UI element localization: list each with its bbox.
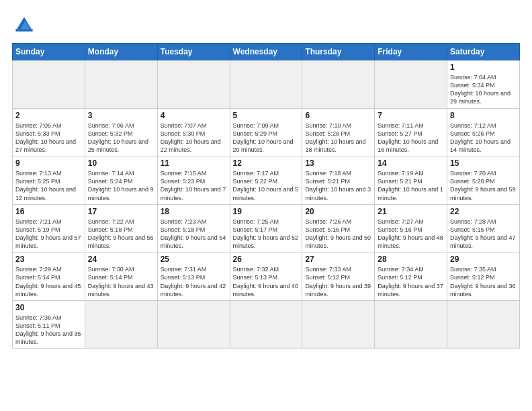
day-number: 26 <box>233 255 300 264</box>
calendar-cell: 10Sunrise: 7:14 AM Sunset: 5:24 PM Dayli… <box>85 156 157 205</box>
col-header-wednesday: Wednesday <box>230 44 302 60</box>
calendar-cell <box>85 300 157 349</box>
day-number: 17 <box>88 207 154 216</box>
logo <box>12 12 39 36</box>
calendar-cell: 3Sunrise: 7:06 AM Sunset: 5:32 PM Daylig… <box>85 108 157 156</box>
day-info: Sunrise: 7:26 AM Sunset: 5:16 PM Dayligh… <box>305 218 371 250</box>
calendar-cell: 25Sunrise: 7:31 AM Sunset: 5:13 PM Dayli… <box>157 253 230 301</box>
calendar-cell: 19Sunrise: 7:25 AM Sunset: 5:17 PM Dayli… <box>230 204 302 253</box>
calendar-cell: 13Sunrise: 7:18 AM Sunset: 5:21 PM Dayli… <box>302 156 375 205</box>
day-info: Sunrise: 7:27 AM Sunset: 5:16 PM Dayligh… <box>378 218 444 250</box>
calendar-cell <box>85 60 157 109</box>
page: SundayMondayTuesdayWednesdayThursdayFrid… <box>0 0 532 411</box>
calendar-week-5: 30Sunrise: 7:36 AM Sunset: 5:11 PM Dayli… <box>13 300 520 349</box>
col-header-tuesday: Tuesday <box>157 44 230 60</box>
day-number: 14 <box>378 158 444 168</box>
day-number: 18 <box>161 207 227 216</box>
calendar-cell: 5Sunrise: 7:09 AM Sunset: 5:29 PM Daylig… <box>230 108 302 156</box>
day-number: 11 <box>161 158 227 168</box>
col-header-monday: Monday <box>85 44 157 60</box>
calendar-cell: 29Sunrise: 7:35 AM Sunset: 5:12 PM Dayli… <box>447 253 520 301</box>
calendar-cell: 1Sunrise: 7:04 AM Sunset: 5:34 PM Daylig… <box>447 60 520 109</box>
calendar-table: SundayMondayTuesdayWednesdayThursdayFrid… <box>12 43 520 349</box>
day-number: 9 <box>15 158 82 168</box>
calendar-cell <box>230 300 302 349</box>
day-number: 13 <box>305 158 371 168</box>
day-number: 23 <box>15 255 82 264</box>
calendar-cell <box>230 60 302 109</box>
day-number: 2 <box>15 111 82 120</box>
calendar-cell: 4Sunrise: 7:07 AM Sunset: 5:30 PM Daylig… <box>157 108 230 156</box>
calendar-cell: 6Sunrise: 7:10 AM Sunset: 5:28 PM Daylig… <box>302 108 375 156</box>
day-info: Sunrise: 7:32 AM Sunset: 5:13 PM Dayligh… <box>233 265 300 298</box>
calendar-cell: 27Sunrise: 7:33 AM Sunset: 5:12 PM Dayli… <box>302 253 375 301</box>
day-info: Sunrise: 7:06 AM Sunset: 5:32 PM Dayligh… <box>88 122 154 154</box>
calendar-week-4: 23Sunrise: 7:29 AM Sunset: 5:14 PM Dayli… <box>13 253 520 301</box>
day-number: 3 <box>88 111 154 120</box>
day-number: 29 <box>450 255 517 264</box>
calendar-header-row: SundayMondayTuesdayWednesdayThursdayFrid… <box>13 44 520 60</box>
calendar-cell: 20Sunrise: 7:26 AM Sunset: 5:16 PM Dayli… <box>302 204 375 253</box>
col-header-sunday: Sunday <box>13 44 85 60</box>
day-number: 15 <box>450 158 517 168</box>
calendar-cell: 30Sunrise: 7:36 AM Sunset: 5:11 PM Dayli… <box>13 300 85 349</box>
day-number: 24 <box>88 255 154 264</box>
calendar-cell: 17Sunrise: 7:22 AM Sunset: 5:18 PM Dayli… <box>85 204 157 253</box>
calendar-cell: 14Sunrise: 7:19 AM Sunset: 5:21 PM Dayli… <box>375 156 447 205</box>
col-header-saturday: Saturday <box>447 44 520 60</box>
day-number: 21 <box>378 207 444 216</box>
calendar-cell: 12Sunrise: 7:17 AM Sunset: 5:22 PM Dayli… <box>230 156 302 205</box>
col-header-thursday: Thursday <box>302 44 375 60</box>
day-number: 10 <box>88 158 154 168</box>
day-info: Sunrise: 7:33 AM Sunset: 5:12 PM Dayligh… <box>305 265 371 298</box>
calendar-cell <box>375 60 447 109</box>
day-info: Sunrise: 7:25 AM Sunset: 5:17 PM Dayligh… <box>233 218 300 250</box>
day-info: Sunrise: 7:11 AM Sunset: 5:27 PM Dayligh… <box>378 122 444 154</box>
day-number: 20 <box>305 207 371 216</box>
day-number: 8 <box>450 111 517 120</box>
day-info: Sunrise: 7:09 AM Sunset: 5:29 PM Dayligh… <box>233 122 300 154</box>
day-number: 4 <box>161 111 227 120</box>
calendar-cell: 15Sunrise: 7:20 AM Sunset: 5:20 PM Dayli… <box>447 156 520 205</box>
svg-rect-2 <box>15 29 32 32</box>
calendar-cell <box>157 300 230 349</box>
calendar-cell: 11Sunrise: 7:15 AM Sunset: 5:23 PM Dayli… <box>157 156 230 205</box>
calendar-cell: 26Sunrise: 7:32 AM Sunset: 5:13 PM Dayli… <box>230 253 302 301</box>
day-info: Sunrise: 7:28 AM Sunset: 5:15 PM Dayligh… <box>450 218 517 250</box>
day-number: 6 <box>305 111 371 120</box>
day-info: Sunrise: 7:18 AM Sunset: 5:21 PM Dayligh… <box>305 169 371 202</box>
day-info: Sunrise: 7:35 AM Sunset: 5:12 PM Dayligh… <box>450 265 517 298</box>
day-number: 12 <box>233 158 300 168</box>
day-number: 28 <box>378 255 444 264</box>
day-info: Sunrise: 7:05 AM Sunset: 5:33 PM Dayligh… <box>15 122 82 154</box>
day-info: Sunrise: 7:15 AM Sunset: 5:23 PM Dayligh… <box>161 169 227 202</box>
day-info: Sunrise: 7:04 AM Sunset: 5:34 PM Dayligh… <box>450 73 517 106</box>
calendar-cell: 18Sunrise: 7:23 AM Sunset: 5:18 PM Dayli… <box>157 204 230 253</box>
calendar-cell: 28Sunrise: 7:34 AM Sunset: 5:12 PM Dayli… <box>375 253 447 301</box>
day-info: Sunrise: 7:10 AM Sunset: 5:28 PM Dayligh… <box>305 122 371 154</box>
day-info: Sunrise: 7:07 AM Sunset: 5:30 PM Dayligh… <box>161 122 227 154</box>
day-info: Sunrise: 7:31 AM Sunset: 5:13 PM Dayligh… <box>161 265 227 298</box>
calendar-cell: 21Sunrise: 7:27 AM Sunset: 5:16 PM Dayli… <box>375 204 447 253</box>
day-info: Sunrise: 7:29 AM Sunset: 5:14 PM Dayligh… <box>15 265 82 298</box>
calendar-cell <box>157 60 230 109</box>
day-info: Sunrise: 7:14 AM Sunset: 5:24 PM Dayligh… <box>88 169 154 202</box>
day-number: 25 <box>161 255 227 264</box>
calendar-cell: 7Sunrise: 7:11 AM Sunset: 5:27 PM Daylig… <box>375 108 447 156</box>
day-info: Sunrise: 7:36 AM Sunset: 5:11 PM Dayligh… <box>15 314 82 347</box>
day-number: 7 <box>378 111 444 120</box>
day-number: 5 <box>233 111 300 120</box>
header <box>12 12 520 36</box>
calendar-week-0: 1Sunrise: 7:04 AM Sunset: 5:34 PM Daylig… <box>13 60 520 109</box>
day-number: 16 <box>15 207 82 216</box>
calendar-cell <box>375 300 447 349</box>
calendar-week-1: 2Sunrise: 7:05 AM Sunset: 5:33 PM Daylig… <box>13 108 520 156</box>
day-info: Sunrise: 7:19 AM Sunset: 5:21 PM Dayligh… <box>378 169 444 202</box>
calendar-cell: 23Sunrise: 7:29 AM Sunset: 5:14 PM Dayli… <box>13 253 85 301</box>
calendar-cell <box>447 300 520 349</box>
calendar-cell <box>302 300 375 349</box>
day-info: Sunrise: 7:17 AM Sunset: 5:22 PM Dayligh… <box>233 169 300 202</box>
day-info: Sunrise: 7:30 AM Sunset: 5:14 PM Dayligh… <box>88 265 154 298</box>
calendar-cell: 22Sunrise: 7:28 AM Sunset: 5:15 PM Dayli… <box>447 204 520 253</box>
day-info: Sunrise: 7:21 AM Sunset: 5:19 PM Dayligh… <box>15 218 82 250</box>
